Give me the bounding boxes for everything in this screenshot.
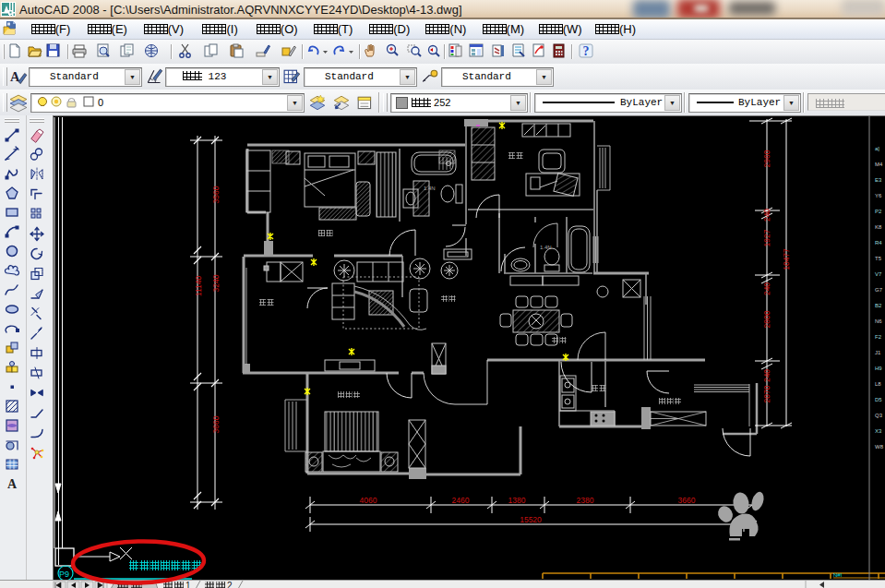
svg-text:3660: 3660 <box>678 496 696 505</box>
svg-text:H9: H9 <box>875 366 882 371</box>
svg-text:2460: 2460 <box>452 496 470 505</box>
svg-text:240: 240 <box>762 209 771 222</box>
svg-text:X3: X3 <box>875 428 882 434</box>
svg-text:?: ? <box>583 44 590 58</box>
svg-text:K8: K8 <box>875 224 882 230</box>
svg-text:10477: 10477 <box>782 248 791 270</box>
svg-text:Q3: Q3 <box>875 413 883 418</box>
svg-text:a]: a] <box>875 146 879 151</box>
svg-text:T5: T5 <box>875 256 882 261</box>
svg-text:D5: D5 <box>875 397 882 402</box>
svg-text:3240: 3240 <box>211 274 221 292</box>
svg-text:240: 240 <box>762 369 771 382</box>
svg-text:M4: M4 <box>875 162 883 167</box>
svg-text:B2: B2 <box>875 303 882 308</box>
svg-text:F2: F2 <box>875 334 882 340</box>
svg-text:11140: 11140 <box>194 276 203 297</box>
svg-text:2380: 2380 <box>577 496 594 505</box>
svg-text:V7: V7 <box>875 271 882 277</box>
svg-text:1: 1 <box>185 581 191 588</box>
svg-text:3660: 3660 <box>211 415 221 433</box>
svg-text:2070: 2070 <box>762 385 771 402</box>
svg-text:Y6: Y6 <box>875 193 882 198</box>
svg-text:W8: W8 <box>875 444 884 450</box>
svg-text:N6: N6 <box>875 318 882 324</box>
svg-text:2800: 2800 <box>762 310 771 328</box>
svg-text:1.4N: 1.4N <box>424 186 436 191</box>
svg-text:1380: 1380 <box>508 496 526 505</box>
svg-text:G7: G7 <box>875 287 883 293</box>
svg-text:P2: P2 <box>875 209 882 214</box>
svg-text:3560: 3560 <box>211 186 221 203</box>
svg-text:A: A <box>7 477 18 491</box>
svg-text:L8: L8 <box>875 381 881 387</box>
svg-text:15520: 15520 <box>520 515 542 524</box>
svg-text:N#l: N#l <box>833 572 842 578</box>
svg-text:P9: P9 <box>59 570 69 579</box>
svg-text:R4: R4 <box>875 240 882 246</box>
svg-text:2: 2 <box>227 581 233 588</box>
svg-text:1.4N: 1.4N <box>540 245 552 250</box>
svg-text:2960: 2960 <box>762 150 771 167</box>
svg-text:4060: 4060 <box>360 496 377 505</box>
svg-text:E3: E3 <box>875 177 882 183</box>
svg-text:J1: J1 <box>875 350 881 355</box>
svg-text:240: 240 <box>762 282 771 295</box>
svg-text:1927: 1927 <box>762 229 771 246</box>
